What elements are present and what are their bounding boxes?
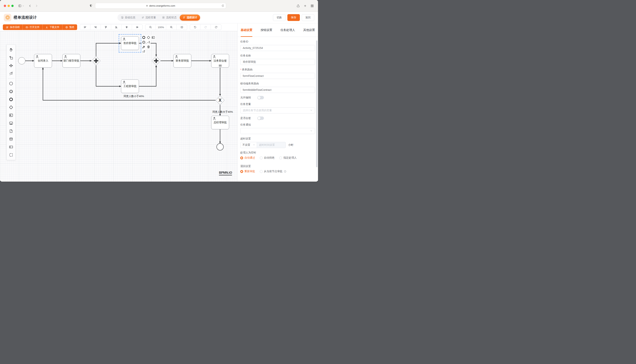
minimize-window-button[interactable]	[8, 5, 10, 7]
delete-element-action[interactable]	[146, 45, 150, 49]
close-window-button[interactable]	[4, 5, 6, 7]
flow-icon	[183, 16, 185, 19]
open-file-button[interactable]: 打开文件	[23, 24, 43, 30]
create-start-event[interactable]	[7, 80, 15, 87]
radio-option-1[interactable]: 重新审批	[240, 170, 255, 173]
align-top-button[interactable]	[101, 24, 111, 30]
append-text-annotation-action[interactable]	[146, 40, 150, 44]
task-legal-dept-countersign[interactable]: 法务部会签	[211, 54, 229, 68]
create-data-object[interactable]	[7, 127, 15, 135]
gateway-exclusive[interactable]: X	[216, 96, 225, 105]
file-button-group: 保存流程打开文件下载文件预览	[3, 24, 77, 30]
nav-tab-1[interactable]: 基础信息	[118, 14, 138, 20]
new-tab-button[interactable]	[303, 4, 307, 8]
align-bottom-button[interactable]	[111, 24, 122, 30]
zoom-out-button[interactable]	[145, 24, 156, 30]
zoom-window-button[interactable]	[11, 5, 14, 7]
zoom-in-button[interactable]	[166, 24, 176, 30]
task-engineering-dept-approval[interactable]: 工程部审批	[121, 80, 139, 93]
redo-button[interactable]	[200, 24, 211, 30]
download-file-button[interactable]: 下载文件	[43, 24, 62, 30]
connect-tool-action[interactable]	[142, 50, 146, 54]
info-icon[interactable]	[284, 170, 286, 173]
forward-button[interactable]	[35, 4, 38, 8]
timeout-mode-select[interactable]: 不设置	[240, 142, 257, 148]
reset-zoom-button[interactable]	[211, 24, 221, 30]
radio-option-2[interactable]: 从当前节点审批	[260, 170, 286, 173]
append-gateway-action[interactable]	[146, 36, 150, 39]
space-tool[interactable]	[7, 62, 15, 69]
append-task-action[interactable]	[151, 36, 155, 39]
align-center-horizontal-button[interactable]	[122, 24, 132, 30]
align-left-button[interactable]	[80, 24, 90, 30]
start-event[interactable]	[18, 57, 25, 64]
change-element-type-action[interactable]	[142, 45, 146, 49]
task-variable-select[interactable]: 选择任务节点使用的变量	[240, 108, 315, 114]
panel-tab-3[interactable]: 任务处理人	[280, 24, 295, 37]
flow-condition-label-2[interactable]: 同意人数大于40%	[213, 110, 233, 114]
lasso-tool[interactable]	[7, 54, 15, 61]
create-end-event[interactable]	[7, 96, 15, 103]
switch-button[interactable]: 切换	[273, 14, 286, 21]
mobile-form-route-input[interactable]: formMobileFlowContract	[240, 87, 315, 93]
preview-button[interactable]: 预览	[62, 24, 77, 30]
append-intermediate-event-action[interactable]	[142, 40, 146, 44]
address-bar[interactable]: demo.orangeforms.com	[95, 3, 226, 9]
flow-engineering-to-join[interactable]	[139, 65, 156, 86]
flow-condition-label-1[interactable]: 同意人数小于40%	[124, 94, 144, 98]
nav-tab-2[interactable]: 流程变量	[139, 14, 159, 20]
create-group[interactable]	[7, 151, 15, 158]
sidebar-chevron-down-icon[interactable]	[22, 5, 24, 7]
panel-scrollbar[interactable]	[316, 40, 317, 167]
fit-view-button[interactable]	[176, 24, 187, 30]
flow-split-to-cost[interactable]	[96, 43, 121, 56]
align-right-button[interactable]	[90, 24, 101, 30]
countersign-toggle[interactable]	[257, 116, 264, 120]
panel-tab-1[interactable]: 基础设置	[241, 24, 252, 37]
assignee-empty-label: 处理人为空时	[240, 151, 315, 154]
create-intermediate-event[interactable]	[7, 88, 15, 95]
share-button[interactable]	[296, 4, 300, 8]
radio-option-3[interactable]: 指定处理人	[279, 156, 297, 160]
save-flow-button[interactable]: 保存流程	[3, 24, 23, 30]
task-finance-dept-approval[interactable]: 财务部审批	[173, 54, 191, 68]
create-user-task[interactable]	[7, 112, 15, 119]
reload-button[interactable]	[222, 4, 224, 7]
align-center-vertical-button[interactable]	[132, 24, 142, 30]
nav-tab-4[interactable]: 流程设计	[180, 14, 200, 20]
radio-option-1[interactable]: 自动通过	[240, 156, 255, 160]
form-route-input[interactable]: formFlowContract	[240, 73, 315, 79]
task-id-input[interactable]: Activity_0725154	[240, 45, 315, 51]
flow-split-to-engineering[interactable]	[96, 65, 121, 86]
task-name-input[interactable]: 造价部审批	[240, 59, 315, 65]
back-button[interactable]	[28, 4, 32, 8]
task-contract-entry[interactable]: 合同录入	[34, 54, 52, 68]
allow-edit-toggle[interactable]	[257, 96, 264, 99]
create-participant[interactable]	[7, 143, 15, 151]
task-dept-leader-approval[interactable]: 部门领导审批	[62, 54, 80, 68]
tab-overview-button[interactable]	[310, 4, 314, 8]
create-data-store[interactable]	[7, 135, 15, 143]
panel-tab-4[interactable]: 其他设置	[303, 24, 315, 37]
bpmn-palette	[7, 44, 16, 160]
panel-tab-2[interactable]: 按钮设置	[261, 24, 272, 37]
gateway-parallel-join[interactable]	[152, 56, 161, 65]
gateway-parallel-split[interactable]	[92, 56, 101, 65]
global-connect-tool[interactable]	[7, 70, 15, 77]
task-notify-select[interactable]	[240, 128, 315, 134]
undo-button[interactable]	[190, 24, 200, 30]
bpmn-io-watermark[interactable]: BPMN.iO	[219, 171, 232, 176]
back-to-list-button[interactable]: 返回	[302, 14, 314, 21]
radio-option-2[interactable]: 自动拒绝	[260, 156, 275, 160]
end-event[interactable]	[217, 143, 224, 150]
save-button[interactable]: 保存	[287, 14, 300, 21]
create-subprocess[interactable]	[7, 119, 15, 127]
timeout-value-input[interactable]: 超时时间设置	[257, 142, 286, 148]
task-general-manager-approval[interactable]: 总经理审批	[211, 116, 229, 129]
append-end-event-action[interactable]	[142, 36, 146, 39]
create-gateway[interactable]	[7, 104, 15, 111]
bpmn-canvas[interactable]: BPMN.iO 合同录入部门领导审批造价部审批工程部审批财务部审批法务部会签X总…	[0, 31, 238, 182]
nav-tab-3[interactable]: 流程状态	[159, 14, 179, 20]
sidebar-icon[interactable]	[18, 4, 22, 8]
hand-tool[interactable]	[7, 46, 15, 54]
